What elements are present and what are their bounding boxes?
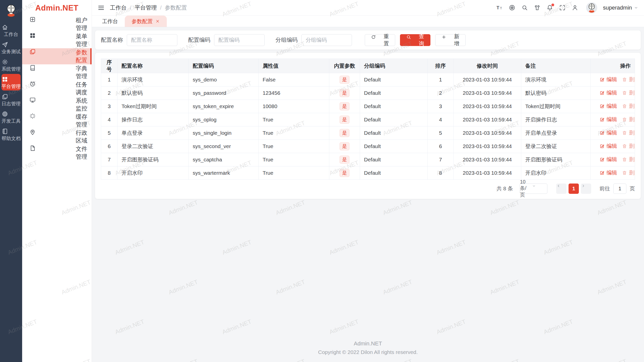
add-label: 新增 — [454, 33, 460, 47]
cell-value: 123456 — [259, 86, 329, 100]
edit-label: 编辑 — [607, 143, 617, 150]
delete-button[interactable]: 删除 — [622, 103, 635, 110]
notebook-icon — [2, 128, 21, 135]
cell-remark: 开启水印 — [521, 166, 591, 180]
topbar-actions: TTsuperadmin — [496, 2, 638, 13]
sidebar-item-monitor[interactable]: 系统监控 — [22, 97, 92, 113]
breadcrumb-item[interactable]: 平台管理 — [135, 4, 157, 12]
breadcrumb-item[interactable]: 工作台 — [110, 4, 127, 12]
rail-item-gear[interactable]: 系统管理 — [2, 57, 21, 73]
cell-time: 2023-01-03 10:59:44 — [454, 113, 521, 126]
sidebar-item-label: 租户管理 — [76, 16, 92, 32]
edit-button[interactable]: 编辑 — [599, 103, 617, 110]
prev-page-button[interactable] — [556, 184, 567, 194]
group-code-input[interactable] — [301, 34, 352, 46]
rail-item-cpu[interactable]: 开发工具 — [2, 109, 21, 125]
cell-name: 登录二次验证 — [117, 140, 189, 153]
cell-index: 1 — [101, 73, 117, 86]
user-avatar[interactable] — [586, 2, 597, 13]
sidebar-item-dict[interactable]: 字典管理 — [22, 64, 92, 80]
edit-button[interactable]: 编辑 — [599, 143, 617, 150]
svg-text:T: T — [497, 5, 499, 10]
tab-param-config[interactable]: 参数配置 — [125, 16, 167, 27]
edit-label: 编辑 — [607, 89, 617, 96]
delete-label: 删除 — [629, 169, 635, 176]
sidebar-item-tenant[interactable]: 租户管理 — [22, 16, 92, 32]
grid-icon — [2, 76, 21, 83]
cell-time: 2023-01-03 10:59:44 — [454, 140, 521, 153]
cell-code: sys_token_expire — [189, 100, 259, 113]
edit-button[interactable]: 编辑 — [599, 156, 617, 163]
table-row: 6登录二次验证sys_second_verTrue是Default62023-0… — [101, 140, 635, 153]
edit-button[interactable]: 编辑 — [599, 76, 617, 83]
config-code-input[interactable] — [214, 34, 265, 46]
delete-button[interactable]: 删除 — [622, 129, 635, 136]
font-size-icon: TT — [496, 4, 503, 11]
cell-group: Default — [360, 113, 428, 126]
reset-button[interactable]: 重置 — [365, 34, 395, 46]
column-header-2: 配置编码 — [189, 59, 259, 73]
filter-card: 配置名称 配置编码 分组编码 重置 — [95, 30, 641, 50]
user-button[interactable] — [572, 4, 578, 11]
rail-item-grid[interactable]: 平台管理 — [2, 74, 21, 90]
language-button[interactable] — [509, 4, 515, 11]
close-tab-icon[interactable] — [155, 19, 160, 24]
add-button[interactable]: 新增 — [435, 34, 466, 46]
sidebar-item-schedule[interactable]: 任务调度 — [22, 80, 92, 97]
edit-button[interactable]: 编辑 — [599, 116, 617, 123]
sidebar-item-label: 字典管理 — [76, 65, 92, 80]
delete-button[interactable]: 删除 — [622, 143, 635, 150]
cell-group: Default — [360, 153, 428, 166]
theme-button[interactable] — [534, 4, 541, 11]
sidebar-item-region[interactable]: 行政区域 — [22, 129, 92, 145]
footer-copyright: Copyright © 2022 Dilon All rights reserv… — [95, 349, 641, 355]
font-size-button[interactable]: TT — [496, 4, 503, 11]
cell-index: 7 — [101, 153, 117, 166]
filter-label: 配置名称 — [101, 36, 123, 44]
sidebar-item-label: 任务调度 — [76, 81, 92, 96]
menu-grid-icon — [29, 32, 72, 48]
next-page-button[interactable] — [581, 184, 591, 194]
mascot-icon — [4, 3, 18, 18]
sidebar-item-label: 行政区域 — [76, 129, 92, 145]
sidebar-item-cache[interactable]: 缓存管理 — [22, 113, 92, 129]
delete-button[interactable]: 删除 — [622, 169, 635, 176]
sidebar-item-file[interactable]: 文件管理 — [22, 145, 92, 161]
page-size-select[interactable]: 10条/页 — [520, 184, 547, 194]
config-name-input[interactable] — [127, 34, 177, 46]
table-row: 8开启水印sys_wartermarkTrue是Default82023-01-… — [101, 166, 635, 180]
fullscreen-button[interactable] — [559, 4, 566, 11]
edit-button[interactable]: 编辑 — [599, 89, 617, 96]
delete-label: 删除 — [629, 89, 635, 96]
cell-code: sys_password — [189, 86, 259, 100]
query-button[interactable]: 查询 — [400, 34, 430, 46]
user-menu[interactable]: superadmin — [603, 5, 638, 11]
delete-button[interactable]: 删除 — [622, 89, 635, 96]
rail-item-docs[interactable]: 日志管理 — [2, 91, 21, 108]
delete-button[interactable]: 删除 — [622, 116, 635, 123]
edit-button[interactable]: 编辑 — [599, 169, 617, 176]
query-label: 查询 — [419, 33, 424, 47]
rail-item-notebook[interactable]: 帮助文档 — [2, 126, 21, 143]
plus-icon — [441, 34, 451, 46]
sidebar-item-menu-grid[interactable]: 菜单管理 — [22, 32, 92, 48]
user-icon — [572, 4, 578, 11]
table-row: 5单点登录sys_single_loginTrue是Default52023-0… — [101, 126, 635, 140]
edit-button[interactable]: 编辑 — [599, 129, 617, 136]
delete-button[interactable]: 删除 — [622, 76, 635, 83]
collapse-menu-button[interactable] — [97, 4, 105, 12]
refresh-icon — [371, 34, 381, 46]
goto-page-input[interactable] — [613, 184, 626, 194]
page-number-button[interactable]: 1 — [569, 184, 579, 194]
sidebar-item-config[interactable]: 参数配置 — [22, 48, 92, 64]
bell-button[interactable] — [546, 4, 553, 11]
rail-item-home[interactable]: 工作台 — [2, 22, 21, 38]
rail-item-send[interactable]: 业务测试 — [2, 39, 21, 56]
trash-icon — [622, 104, 627, 109]
cell-sort: 4 — [428, 113, 454, 126]
delete-button[interactable]: 删除 — [622, 156, 635, 163]
tab-workbench[interactable]: 工作台 — [95, 16, 125, 27]
close-icon — [155, 19, 160, 24]
table-row: 2默认密码sys_password123456是Default22023-01-… — [101, 86, 635, 100]
search-button[interactable] — [521, 4, 528, 11]
